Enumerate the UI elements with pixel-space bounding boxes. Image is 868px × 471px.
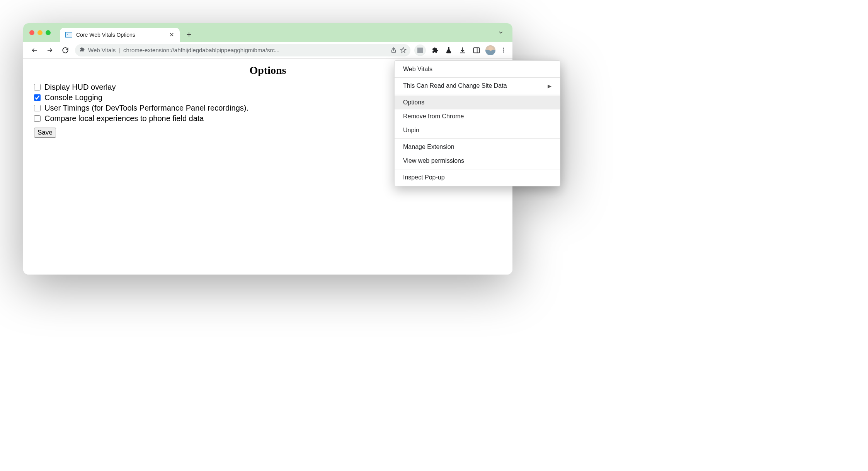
context-menu-separator — [395, 77, 560, 78]
option-label: User Timings (for DevTools Performance P… — [44, 104, 248, 113]
downloads-icon[interactable] — [458, 45, 468, 55]
bookmark-star-icon[interactable] — [400, 47, 407, 53]
active-extension-button[interactable] — [414, 44, 426, 56]
context-menu-view-perms[interactable]: View web permissions — [395, 154, 560, 168]
context-menu-manage[interactable]: Manage Extension — [395, 140, 560, 154]
submenu-arrow-icon: ▶ — [548, 83, 551, 89]
context-menu-header: Web Vitals — [395, 62, 560, 76]
labs-flask-icon[interactable] — [444, 45, 454, 55]
save-button[interactable]: Save — [34, 128, 56, 138]
svg-marker-3 — [400, 47, 406, 52]
extension-origin-icon — [79, 46, 85, 54]
context-menu-separator — [395, 138, 560, 139]
toolbar: Web Vitals | chrome-extension://ahfhijdl… — [23, 42, 512, 59]
extension-context-menu: Web Vitals This Can Read and Change Site… — [394, 60, 560, 186]
option-checkbox[interactable] — [34, 115, 41, 122]
profile-avatar[interactable] — [485, 45, 495, 55]
address-divider: | — [119, 47, 120, 53]
option-label: Console Logging — [44, 93, 102, 102]
context-menu-inspect[interactable]: Inspect Pop-up — [395, 171, 560, 184]
nav-forward-button[interactable] — [44, 44, 56, 56]
context-menu-manage-label: Manage Extension — [403, 143, 454, 150]
extension-placeholder-icon — [417, 48, 423, 53]
tab-title: Core Web Vitals Options — [76, 32, 165, 38]
context-menu-site-data[interactable]: This Can Read and Change Site Data ▶ — [395, 79, 560, 93]
option-label: Compare local experiences to phone field… — [44, 114, 204, 123]
window-minimize-button[interactable] — [37, 30, 43, 35]
tab-close-icon[interactable]: ✕ — [169, 31, 174, 38]
context-menu-options-label: Options — [403, 99, 424, 106]
context-menu-unpin[interactable]: Unpin — [395, 123, 560, 137]
window-controls — [27, 30, 56, 35]
context-menu-view-perms-label: View web permissions — [403, 157, 464, 164]
context-menu-remove-label: Remove from Chrome — [403, 113, 464, 120]
window-close-button[interactable] — [29, 30, 34, 35]
context-menu-header-label: Web Vitals — [403, 66, 432, 73]
context-menu-options[interactable]: Options — [395, 96, 560, 109]
toolbar-right-icons — [414, 44, 507, 56]
context-menu-separator — [395, 94, 560, 94]
context-menu-site-data-label: This Can Read and Change Site Data — [403, 82, 507, 89]
option-checkbox[interactable] — [34, 84, 41, 90]
context-menu-inspect-label: Inspect Pop-up — [403, 174, 445, 181]
new-tab-button[interactable]: ＋ — [184, 29, 194, 39]
svg-rect-5 — [474, 48, 480, 53]
address-url: chrome-extension://ahfhijdlegdabablpippe… — [123, 47, 387, 53]
tab-favicon-icon — [65, 32, 72, 38]
context-menu-separator — [395, 169, 560, 169]
share-icon[interactable] — [390, 47, 397, 53]
context-menu-unpin-label: Unpin — [403, 127, 419, 134]
option-label: Display HUD overlay — [44, 83, 116, 92]
nav-reload-button[interactable] — [60, 44, 71, 56]
context-menu-remove[interactable]: Remove from Chrome — [395, 109, 560, 123]
side-panel-icon[interactable] — [471, 45, 482, 55]
option-checkbox[interactable] — [34, 94, 41, 101]
tabs-dropdown-button[interactable] — [495, 27, 506, 38]
chrome-menu-button[interactable] — [499, 48, 507, 53]
window-maximize-button[interactable] — [46, 30, 51, 35]
tab-strip: Core Web Vitals Options ✕ ＋ — [23, 23, 512, 42]
tab-active[interactable]: Core Web Vitals Options ✕ — [60, 28, 180, 42]
extensions-puzzle-icon[interactable] — [430, 45, 440, 55]
address-bar[interactable]: Web Vitals | chrome-extension://ahfhijdl… — [75, 44, 410, 56]
option-checkbox[interactable] — [34, 105, 41, 111]
nav-back-button[interactable] — [29, 44, 40, 56]
address-extension-name: Web Vitals — [88, 47, 116, 53]
